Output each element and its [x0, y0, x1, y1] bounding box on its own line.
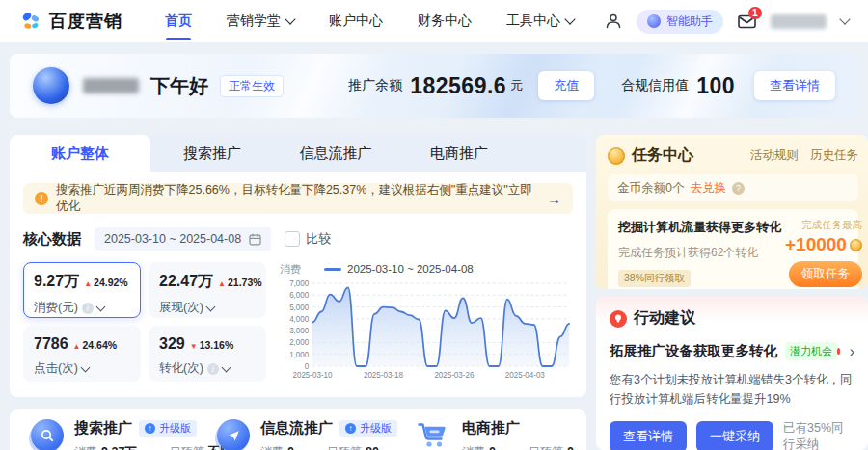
- credit-label: 合规信用值: [621, 77, 689, 94]
- product-search-ads[interactable]: 搜索推广 升级版 消费 9.27万 日预算 不限: [31, 419, 217, 450]
- baidu-marketing-dashboard: 百度营销 首页 营销学堂 账户中心 财务中心 工具中心: [0, 0, 868, 450]
- balance-value: 182569.6: [410, 73, 506, 99]
- svg-text:3,000: 3,000: [289, 327, 309, 335]
- credit-value: 100: [696, 73, 735, 99]
- nav-item-account-center[interactable]: 账户中心: [329, 0, 383, 42]
- overview-tabs: 账户整体 搜索推广 信息流推广 电商推广: [10, 135, 586, 172]
- assistant-label: 智能助手: [666, 13, 713, 30]
- task-card: 挖掘计算机流量获得更多转化 完成任务预计获得62个转化 38%同行领取 完成任务…: [608, 209, 858, 289]
- kpi-delta: 24.92%: [94, 277, 128, 288]
- right-column: 任务中心 活动规则 历史任务 金币余额0个 去兑换 挖掘计算机流量获得更多转化 …: [596, 135, 868, 450]
- peer-adoption-note: 已有35%同行采纳: [783, 420, 854, 450]
- tab-account-overall[interactable]: 账户整体: [10, 135, 150, 172]
- upgrade-badge: 升级版: [139, 420, 197, 437]
- brand-logo[interactable]: 百度营销: [19, 10, 122, 33]
- spend-value: 0: [489, 445, 496, 450]
- balance-unit: 元: [510, 77, 523, 94]
- action-suggestions-panel: 行动建议 拓展推广设备获取更多转化 潜力机会 › 您有3个计划未投放计算机端错失…: [596, 297, 868, 450]
- nav-item-academy[interactable]: 营销学堂: [227, 0, 294, 42]
- gold-coin-icon: [850, 239, 862, 251]
- budget-label: 日预算: [529, 444, 563, 450]
- person-icon[interactable]: [605, 13, 622, 30]
- consumption-chart: 消费 2025-03-10 ~ 2025-04-08 01,0002,0003,…: [280, 262, 573, 384]
- activity-rules-link[interactable]: 活动规则: [750, 147, 799, 164]
- budget-value: 0: [567, 445, 574, 450]
- task-history-link[interactable]: 历史任务: [810, 147, 858, 164]
- assistant-button[interactable]: 智能助手: [637, 10, 723, 34]
- kpi-value: 329: [159, 335, 185, 353]
- tab-feed-ads[interactable]: 信息流推广: [274, 135, 397, 172]
- svg-text:2025-03-18: 2025-03-18: [364, 371, 403, 380]
- product-name: 搜索推广: [74, 419, 132, 437]
- kpi-label: 点击(次): [34, 360, 78, 377]
- suggestion-header[interactable]: 拓展推广设备获取更多转化 潜力机会 ›: [610, 342, 854, 360]
- assistant-orb-icon: [647, 14, 661, 28]
- tab-filler: [521, 135, 586, 172]
- nav-item-finance-center[interactable]: 财务中心: [418, 0, 472, 42]
- recharge-button[interactable]: 充值: [538, 71, 594, 100]
- svg-text:6,000: 6,000: [289, 291, 309, 300]
- kpi-card-impressions[interactable]: 22.47万 ▲ 21.73% 展现(次): [149, 262, 266, 318]
- chevron-down-icon[interactable]: [95, 302, 105, 311]
- account-banner: 下午好 正常生效 推广余额 182569.6 元 充值 合规信用值 100 查看…: [10, 54, 858, 118]
- product-ecommerce-ads[interactable]: 电商推广 消费 0 日预算 0: [415, 419, 574, 450]
- claim-task-button[interactable]: 领取任务: [789, 261, 862, 287]
- nav-item-tools-center[interactable]: 工具中心: [506, 0, 574, 42]
- avatar[interactable]: [33, 67, 69, 104]
- kpi-card-conversions[interactable]: 329 ▼ 13.16% 转化(次): [149, 326, 266, 382]
- kpi-value: 7786: [34, 335, 68, 353]
- tab-search-ads[interactable]: 搜索推广: [150, 135, 274, 172]
- chevron-down-icon[interactable]: [839, 13, 850, 24]
- date-range-picker[interactable]: 2025-03-10 ~ 2025-04-08: [95, 227, 271, 251]
- account-overview-card: 搜索推广近两周消费下降25.66%，目标转化量下降25.37%，建议根据右侧"重…: [10, 172, 586, 397]
- compare-checkbox[interactable]: [285, 231, 300, 247]
- svg-text:1,000: 1,000: [289, 351, 309, 359]
- svg-text:2025-03-10: 2025-03-10: [293, 371, 333, 380]
- svg-text:4,000: 4,000: [289, 315, 309, 324]
- nav-item-home[interactable]: 首页: [165, 0, 192, 42]
- tab-ecommerce-ads[interactable]: 电商推广: [397, 135, 521, 172]
- task-peer-tag: 38%同行领取: [618, 270, 691, 287]
- chevron-down-icon[interactable]: [80, 362, 90, 372]
- kpi-card-clicks[interactable]: 7786 ▲ 24.64% 点击(次): [23, 326, 141, 382]
- gold-coin-icon: [608, 147, 625, 165]
- task-desc: 完成任务预计获得62个转化: [618, 245, 781, 261]
- stats-and-chart: 9.27万 ▲ 24.92% 消费(元) 22.47万 ▲: [23, 262, 573, 384]
- view-detail-button[interactable]: 查看详情: [610, 421, 687, 450]
- compare-label: 比较: [306, 230, 331, 248]
- product-feed-ads[interactable]: 信息流推广 升级版 消费 0 日预算 80: [217, 419, 415, 450]
- nav-right-cluster: 智能助手 1: [605, 10, 849, 34]
- alert-arrow-link[interactable]: →: [547, 191, 561, 207]
- info-circle-icon[interactable]: [82, 303, 94, 314]
- optimization-alert[interactable]: 搜索推广近两周消费下降25.66%，目标转化量下降25.37%，建议根据右侧"重…: [23, 183, 573, 214]
- kpi-card-cost[interactable]: 9.27万 ▲ 24.92% 消费(元): [23, 262, 141, 318]
- info-circle-icon[interactable]: [207, 363, 219, 375]
- chevron-down-icon[interactable]: [205, 302, 215, 311]
- cart-icon: [415, 419, 451, 450]
- credit-detail-button[interactable]: 查看详情: [754, 71, 835, 100]
- mail-badge: 1: [748, 7, 762, 19]
- paper-plane-icon: [217, 419, 250, 450]
- spend-value: 9.27万: [101, 444, 137, 450]
- greeting: 下午好: [150, 73, 208, 99]
- magnifier-icon: [31, 419, 64, 450]
- lightbulb-icon: [610, 310, 627, 328]
- kpi-delta: 13.16%: [200, 339, 234, 351]
- help-circle-icon[interactable]: [732, 182, 745, 195]
- chevron-down-icon: [564, 13, 575, 24]
- budget-value: 80: [366, 445, 379, 450]
- legend-series-name: 2025-03-10 ~ 2025-04-08: [347, 263, 474, 275]
- svg-text:7,000: 7,000: [289, 279, 309, 288]
- chevron-down-icon[interactable]: [221, 362, 231, 372]
- chevron-right-icon[interactable]: ›: [850, 344, 854, 359]
- mail-button[interactable]: 1: [738, 14, 756, 29]
- redeem-link[interactable]: 去兑换: [690, 180, 726, 197]
- one-click-adopt-button[interactable]: 一键采纳: [696, 421, 773, 450]
- spend-value: 0: [287, 445, 294, 450]
- task-reward: +10000: [785, 234, 847, 255]
- product-name: 信息流推广: [260, 419, 333, 437]
- triangle-down-icon: ▼: [190, 342, 198, 351]
- kpi-delta: 21.73%: [228, 277, 262, 288]
- account-name-redacted[interactable]: [771, 14, 827, 29]
- kpi-label: 展现(次): [159, 300, 203, 316]
